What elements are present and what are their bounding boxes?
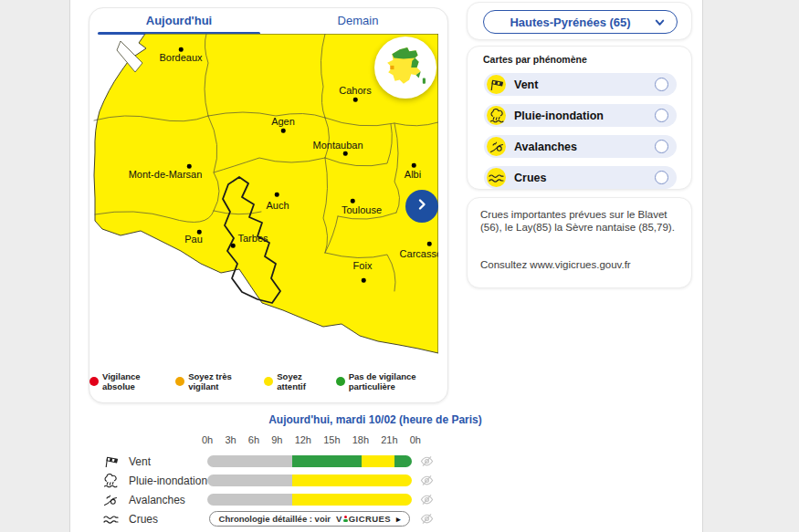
phenomenon-radio[interactable] — [655, 140, 668, 153]
city-label: Cahors — [339, 85, 371, 96]
department-dropdown[interactable]: Hautes-Pyrénées (65) — [483, 10, 678, 34]
phenomenon-label: Crues — [514, 172, 546, 184]
city-label: Pau — [184, 234, 203, 245]
city-dot — [412, 163, 416, 168]
vigicrues-link-text: Consultez www.vigicrues.gouv.fr — [480, 258, 678, 271]
hour-tick-label: 18h — [352, 434, 369, 445]
timeline-bar-segment — [292, 494, 412, 506]
vigicrues-logo: VGICRUES — [336, 514, 391, 524]
waves-icon — [487, 168, 506, 187]
visibility-off-icon[interactable] — [420, 493, 434, 510]
phenomenon-radio[interactable] — [655, 109, 668, 122]
city-label: Bordeaux — [159, 52, 202, 63]
timeline-bar-segment — [292, 475, 412, 486]
phenomena-card: Cartes par phénomène VentPluie-inondatio… — [467, 46, 692, 190]
legend-item: Soyez très vigilant — [175, 371, 252, 391]
city-label: Tarbes — [237, 233, 268, 244]
rain-icon — [487, 106, 506, 125]
map-next-arrow-button[interactable] — [405, 190, 438, 223]
tab-today-label: Aujourd'hui — [146, 14, 212, 27]
tab-tomorrow-label: Demain — [338, 14, 379, 27]
chrono-prefix: Chronologie détaillée : voir — [219, 514, 331, 524]
timeline-title: Aujourd'hui, mardi 10/02 (heure de Paris… — [165, 413, 585, 426]
department-dropdown-label: Hautes-Pyrénées (65) — [510, 16, 630, 29]
city-dot — [343, 151, 348, 156]
city-label: Mont-de-Marsan — [129, 169, 203, 180]
chevron-down-icon — [654, 16, 666, 31]
timeline-row-label: Crues — [129, 513, 158, 526]
phenomenon-row-crues[interactable]: Crues — [484, 166, 677, 189]
tab-tomorrow[interactable]: Demain — [268, 14, 447, 36]
phenomenon-row-avalanches[interactable]: Avalanches — [484, 135, 677, 158]
phenomenon-row-vent[interactable]: Vent — [484, 73, 677, 96]
visibility-off-icon[interactable] — [420, 512, 434, 529]
legend-color-dot — [264, 377, 273, 386]
city-dot — [353, 98, 358, 102]
legend-label: Pas de vigilance particulière — [349, 371, 447, 391]
city-label: Agen — [271, 116, 295, 127]
legend-color-dot — [89, 377, 99, 386]
chronologie-vigicrues-button[interactable]: Chronologie détaillée : voirVGICRUES▸ — [209, 511, 410, 527]
phenomenon-radio[interactable] — [655, 171, 668, 184]
legend-item: Pas de vigilance particulière — [336, 371, 447, 391]
wind-icon — [103, 454, 119, 472]
phenomenon-radio[interactable] — [655, 78, 668, 91]
phenomenon-label: Vent — [514, 78, 538, 91]
vigilance-map[interactable]: BordeauxCahorsAgenMontaubanMont-de-Marsa… — [93, 34, 438, 360]
city-label: Carcassonne — [400, 248, 438, 259]
visibility-off-icon[interactable] — [420, 474, 434, 491]
wind-icon — [487, 75, 506, 94]
phenomena-header: Cartes par phénomène — [483, 54, 691, 65]
city-dot — [187, 164, 192, 169]
city-label: Toulouse — [342, 204, 382, 215]
crues-info-text: Crues importantes prévues sur le Blavet … — [480, 208, 678, 235]
city-label: Albi — [405, 169, 421, 180]
department-selector-card: Hautes-Pyrénées (65) — [467, 2, 692, 40]
city-label: Montauban — [312, 140, 363, 151]
legend-label: Soyez très vigilant — [188, 371, 252, 391]
city-dot — [197, 230, 202, 235]
hour-tick-label: 12h — [295, 434, 311, 445]
vigilance-legend: Vigilance absolueSoyez très vigilantSoye… — [89, 371, 447, 391]
phenomenon-label: Avalanches — [514, 141, 577, 153]
main-content: Aujourd'hui Demain — [69, 0, 703, 532]
legend-label: Vigilance absolue — [102, 371, 163, 391]
hour-tick-label: 21h — [381, 434, 397, 445]
legend-color-dot — [175, 377, 184, 386]
timeline-row-label: Pluie-inondation — [129, 475, 207, 487]
timeline-row-label: Vent — [129, 455, 151, 468]
france-overview-inset[interactable] — [374, 37, 436, 99]
city-dot — [362, 278, 366, 283]
city-dot — [231, 244, 236, 248]
legend-item: Soyez attentif — [264, 371, 323, 391]
avalanche-icon — [103, 493, 118, 511]
phenomenon-label: Pluie-inondation — [514, 110, 604, 122]
legend-label: Soyez attentif — [277, 371, 323, 391]
city-dot — [179, 47, 184, 52]
city-label: Auch — [266, 200, 289, 211]
phenomena-list: VentPluie-inondationAvalanchesCrues — [468, 73, 691, 189]
hour-tick-label: 15h — [323, 434, 340, 445]
timeline-row-avalanches: Avalanches — [70, 493, 704, 506]
timeline-bar-segment — [362, 455, 394, 467]
timeline-row-pluie-inondation: Pluie-inondation — [70, 474, 704, 487]
arrow-right-icon: ▸ — [396, 515, 401, 524]
visibility-off-icon[interactable] — [420, 454, 434, 472]
city-label: Foix — [353, 260, 373, 271]
tab-today[interactable]: Aujourd'hui — [89, 14, 268, 36]
city-dot — [275, 193, 279, 197]
timeline-bar-segment — [394, 455, 412, 467]
hour-tick-label: 0h — [202, 434, 213, 445]
timeline-bar — [207, 494, 412, 506]
timeline-bar — [207, 455, 412, 467]
timeline-bar-segment — [292, 455, 361, 467]
rain-icon — [103, 474, 118, 492]
timeline-row-crues: CruesChronologie détaillée : voirVGICRUE… — [70, 512, 704, 526]
phenomenon-row-pluie-inondation[interactable]: Pluie-inondation — [484, 104, 677, 127]
city-dot — [351, 199, 355, 203]
timeline-row-vent: Vent — [70, 454, 704, 468]
hour-tick-label: 9h — [271, 434, 282, 445]
city-dot — [281, 129, 286, 133]
timeline-row-label: Avalanches — [129, 494, 185, 506]
chevron-right-icon — [415, 198, 428, 214]
